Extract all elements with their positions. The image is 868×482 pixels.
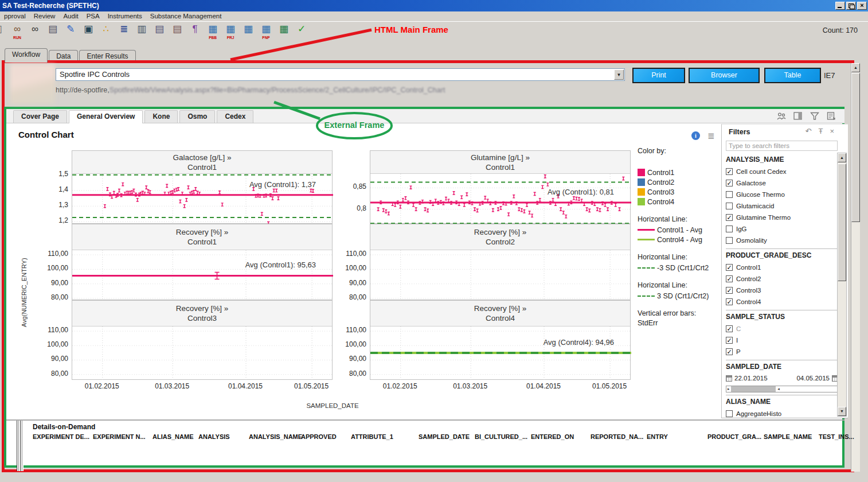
scrollbar-thumb[interactable] [851, 73, 860, 222]
panel-plot-recovery-control2[interactable] [370, 250, 631, 301]
details-column-bi-cultured[interactable]: BI_CULTURED_... [475, 433, 527, 440]
filter-checkbox-control1[interactable]: ✓Control1 [726, 262, 838, 273]
details-column-sampled-date[interactable]: SAMPLED_DATE [419, 433, 470, 440]
workflow-icon[interactable]: ∴ [99, 24, 114, 39]
panel-plot-recovery-control1[interactable] [72, 250, 333, 301]
checkbox-icon[interactable] [726, 191, 733, 198]
panel-plot-glutamine-control1[interactable] [370, 174, 631, 224]
filters-scrollbar[interactable]: ▲ ▼ [837, 153, 847, 417]
scroll-up-icon[interactable]: ▲ [851, 63, 860, 72]
collaboration-icon[interactable] [776, 111, 787, 120]
exp-document-icon[interactable]: ¶ [187, 24, 202, 39]
spotfire-tab-kone[interactable]: Kone [144, 110, 178, 123]
tab-workflow[interactable]: Workflow [5, 48, 48, 63]
run-search-icon[interactable]: ∞RUN [10, 24, 25, 39]
close-button[interactable]: × [857, 2, 867, 10]
filter-checkbox-control2[interactable]: ✓Control2 [726, 273, 838, 285]
spotfire-tab-cover-page[interactable]: Cover Page [13, 110, 67, 123]
details-column-product-gra[interactable]: PRODUCT_GRA... [707, 433, 761, 440]
menu-item-psa[interactable]: PSA [83, 11, 104, 21]
checkbox-icon[interactable]: ✓ [726, 214, 733, 221]
filter-checkbox-i[interactable]: ✓I [726, 335, 838, 346]
spotfire-tab-osmo[interactable]: Osmo [179, 110, 215, 123]
filter-funnel-icon[interactable] [810, 111, 820, 120]
filter-checkbox-glutamine-thermo[interactable]: ✓Glutamine Thermo [726, 212, 838, 223]
panel-plot-recovery-control3[interactable] [72, 326, 333, 380]
panel-plot-recovery-control4[interactable] [370, 326, 631, 380]
prj-table-icon[interactable]: ▦PRJ [223, 24, 238, 39]
checkbox-icon[interactable]: ✓ [726, 348, 733, 355]
edit-report-icon[interactable]: ✎ [63, 24, 78, 39]
clipped-edge-icon[interactable]: ▯ [0, 24, 7, 39]
checkbox-icon[interactable] [726, 203, 733, 209]
print-button[interactable]: Print [632, 68, 685, 83]
scroll-down-icon[interactable]: ▼ [838, 407, 846, 416]
menu-item-review[interactable]: Review [30, 11, 60, 21]
filter-checkbox-glucose-thermo[interactable]: Glucose Thermo [726, 189, 838, 200]
details-column-experiment-de[interactable]: EXPERIMENT DE... [33, 433, 89, 440]
filter-checkbox-control3[interactable]: ✓Control3 [726, 285, 838, 296]
menu-item-audit[interactable]: Audit [59, 11, 82, 21]
table-flask-icon[interactable]: ▦ [241, 24, 256, 39]
filter-checkbox-aggregatehisto[interactable]: AggregateHisto [726, 408, 838, 417]
details-column-analysis[interactable]: ANALYSIS [198, 433, 230, 440]
checkbox-icon[interactable]: ✓ [726, 325, 733, 332]
filter-checkbox-p[interactable]: ✓P [726, 346, 838, 357]
menu-item-pproval[interactable]: pproval [0, 11, 30, 21]
details-column-entry[interactable]: ENTRY [647, 433, 668, 440]
pin-icon[interactable]: Ŧ [818, 127, 823, 135]
grid-check-icon[interactable]: ✓ [294, 24, 309, 39]
details-column-sample-name[interactable]: SAMPLE_NAME [764, 433, 812, 440]
filter-checkbox-c[interactable]: ✓C [726, 323, 838, 335]
range-slider-fill[interactable] [731, 386, 776, 392]
scroll-up-icon[interactable]: ▲ [838, 153, 846, 162]
chevron-down-icon[interactable]: ▼ [614, 69, 624, 80]
spotfire-tab-general-overview[interactable]: General Overview [69, 110, 143, 123]
range-slider-handle-icon[interactable]: ◂ [777, 386, 780, 392]
checkbox-icon[interactable]: ✓ [726, 168, 733, 175]
print-tube-icon[interactable]: ▤ [170, 24, 185, 39]
pbb-table-icon[interactable]: ▦PBB [205, 24, 220, 39]
submit-lab-icon[interactable]: ▣ [81, 24, 96, 39]
main-frame-scrollbar[interactable]: ▲ [851, 63, 860, 472]
pnp-table-icon[interactable]: ▦PNP [259, 24, 273, 39]
copy-pages-icon[interactable]: ▥ [134, 24, 149, 39]
view-glasses-icon[interactable]: ∞ [28, 24, 42, 39]
checkbox-icon[interactable]: ✓ [726, 298, 733, 305]
filter-checkbox-control4[interactable]: ✓Control4 [726, 296, 838, 308]
report-dropdown[interactable]: Spotfire IPC Controls ▼ [56, 68, 625, 81]
menu-item-instruments[interactable]: Instruments [104, 11, 146, 21]
restore-button[interactable] [846, 2, 856, 10]
table-button[interactable]: Table [764, 68, 821, 83]
browser-button[interactable]: Browser [689, 68, 760, 83]
filter-search-input[interactable]: Type to search filters [726, 141, 838, 151]
info-icon[interactable]: i [691, 131, 700, 140]
panel-layout-icon[interactable] [793, 111, 803, 120]
details-column-entered-on[interactable]: ENTERED_ON [531, 433, 574, 440]
range-slider[interactable]: ▸◂ [726, 386, 838, 392]
checkbox-icon[interactable] [726, 410, 733, 417]
checkbox-icon[interactable]: ✓ [726, 180, 733, 186]
menu-item-substance-management[interactable]: Substance Management [146, 11, 226, 21]
experiments-list-icon[interactable]: ≣ [116, 24, 131, 39]
filter-checkbox-cell-count-cedex[interactable]: ✓Cell count Cedex [726, 166, 838, 177]
details-column-reported-na[interactable]: REPORTED_NA... [591, 433, 643, 440]
filter-checkbox-osmolality[interactable]: Osmolality [726, 235, 838, 246]
checkbox-icon[interactable]: ✓ [726, 264, 733, 271]
details-column-analysis-name[interactable]: ANALYSIS_NAME [249, 433, 302, 440]
details-column-experiment-n[interactable]: EXPERIMENT N... [93, 433, 146, 440]
close-icon[interactable]: × [830, 127, 834, 135]
spotfire-tab-cedex[interactable]: Cedex [217, 110, 253, 123]
print-icon[interactable]: ▤ [45, 24, 60, 39]
filter-checkbox-galactose[interactable]: ✓Galactose [726, 177, 838, 189]
details-on-demand-icon[interactable] [826, 111, 836, 120]
details-column-attribute-1[interactable]: ATTRIBUTE_1 [351, 433, 393, 440]
scrollbar-thumb[interactable] [838, 164, 846, 281]
checkbox-icon[interactable] [726, 226, 733, 232]
excel-export-icon[interactable]: ▦ [276, 24, 291, 39]
range-slider-left-arrow-icon[interactable]: ▸ [728, 386, 730, 392]
details-column-test-ins[interactable]: TEST_INS... [819, 433, 854, 440]
checkbox-icon[interactable]: ✓ [726, 275, 733, 282]
legend-toggle-icon[interactable]: ≣ [707, 131, 715, 141]
checkbox-icon[interactable] [726, 237, 733, 244]
